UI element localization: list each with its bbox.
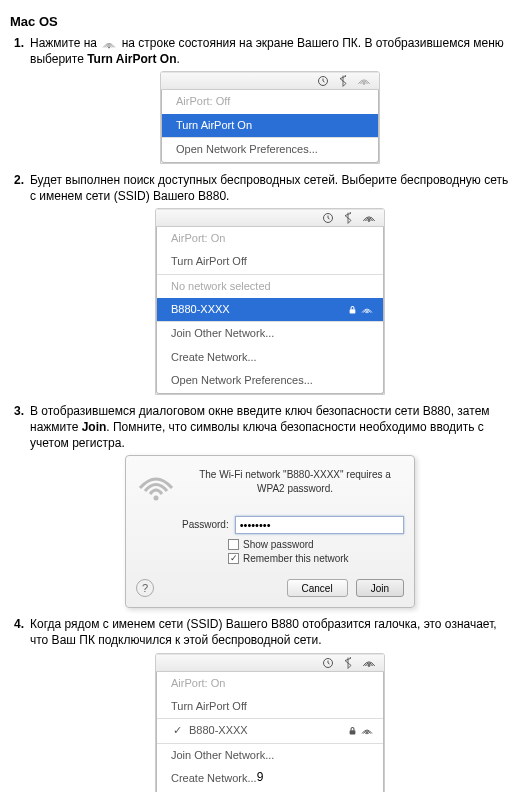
svg-point-4 bbox=[368, 220, 370, 222]
no-network-selected: No network selected bbox=[157, 274, 383, 298]
lock-icon bbox=[348, 305, 357, 315]
open-network-prefs[interactable]: Open Network Preferences... bbox=[157, 369, 383, 392]
step-4-text: Когда рядом с именем сети (SSID) Вашего … bbox=[30, 617, 497, 647]
remember-network-checkbox[interactable]: ✓ bbox=[228, 553, 239, 564]
os-heading: Mac OS bbox=[10, 14, 510, 29]
airport-menu-select: AirPort: On Turn AirPort Off No network … bbox=[155, 208, 385, 395]
airport-status-on: AirPort: On bbox=[157, 672, 383, 695]
wifi-large-icon bbox=[136, 468, 176, 504]
svg-point-6 bbox=[366, 312, 368, 314]
ssid-label: B880-XXXX bbox=[171, 302, 230, 317]
network-ssid-item[interactable]: B880-XXXX bbox=[157, 298, 383, 321]
password-label: Password: bbox=[182, 518, 229, 532]
airport-icon[interactable] bbox=[357, 75, 371, 87]
step-3-number: 3. bbox=[14, 403, 24, 419]
ssid-label: B880-XXXX bbox=[189, 723, 248, 738]
airport-icon[interactable] bbox=[362, 212, 376, 224]
join-other-network[interactable]: Join Other Network... bbox=[157, 321, 383, 345]
airport-icon[interactable] bbox=[362, 657, 376, 669]
svg-point-0 bbox=[108, 46, 110, 48]
step-4: 4. Когда рядом с именем сети (SSID) Ваше… bbox=[10, 616, 510, 792]
network-ssid-connected[interactable]: ✓ B880-XXXX bbox=[157, 718, 383, 742]
svg-point-11 bbox=[366, 733, 368, 735]
step-2: 2. Будет выполнен поиск доступных беспро… bbox=[10, 172, 510, 395]
airport-fan-icon bbox=[102, 38, 116, 50]
turn-airport-off[interactable]: Turn AirPort Off bbox=[157, 250, 383, 273]
create-network[interactable]: Create Network... bbox=[157, 346, 383, 369]
menubar bbox=[156, 209, 384, 227]
open-network-prefs[interactable]: Open Network Preferences... bbox=[162, 137, 378, 161]
step-2-text: Будет выполнен поиск доступных беспровод… bbox=[30, 173, 508, 203]
airport-status-on: AirPort: On bbox=[157, 227, 383, 250]
clock-icon bbox=[317, 75, 329, 87]
password-input[interactable] bbox=[235, 516, 404, 534]
svg-rect-10 bbox=[350, 730, 356, 734]
step-1-text-a: Нажмите на bbox=[30, 36, 100, 50]
signal-icon bbox=[361, 305, 373, 315]
lock-icon bbox=[348, 726, 357, 736]
remember-network-label: Remember this network bbox=[243, 552, 349, 566]
clock-icon bbox=[322, 657, 334, 669]
step-1-bold: Turn AirPort On bbox=[87, 52, 176, 66]
menubar bbox=[161, 72, 379, 90]
signal-icon bbox=[361, 726, 373, 736]
step-3-bold: Join bbox=[82, 420, 107, 434]
bluetooth-icon bbox=[344, 657, 352, 669]
join-other-network[interactable]: Join Other Network... bbox=[157, 743, 383, 767]
step-1-text-c: . bbox=[177, 52, 180, 66]
show-password-label: Show password bbox=[243, 538, 314, 552]
turn-airport-off[interactable]: Turn AirPort Off bbox=[157, 695, 383, 718]
step-2-number: 2. bbox=[14, 172, 24, 188]
dialog-message: The Wi-Fi network "B880-XXXX" requires a… bbox=[186, 468, 404, 504]
step-4-number: 4. bbox=[14, 616, 24, 632]
help-button[interactable]: ? bbox=[136, 579, 154, 597]
bluetooth-icon bbox=[344, 212, 352, 224]
svg-point-9 bbox=[368, 665, 370, 667]
step-1-number: 1. bbox=[14, 35, 24, 51]
bluetooth-icon bbox=[339, 75, 347, 87]
turn-airport-on[interactable]: Turn AirPort On bbox=[162, 114, 378, 137]
airport-status-off: AirPort: Off bbox=[162, 90, 378, 113]
step-3: 3. В отобразившемся диалоговом окне введ… bbox=[10, 403, 510, 609]
wifi-password-dialog: The Wi-Fi network "B880-XXXX" requires a… bbox=[125, 455, 415, 608]
svg-point-7 bbox=[154, 496, 159, 501]
page-number: 9 bbox=[0, 770, 520, 784]
cancel-button[interactable]: Cancel bbox=[287, 579, 348, 597]
show-password-checkbox[interactable] bbox=[228, 539, 239, 550]
clock-icon bbox=[322, 212, 334, 224]
menubar bbox=[156, 654, 384, 672]
checkmark-icon: ✓ bbox=[171, 723, 183, 738]
svg-point-2 bbox=[363, 83, 365, 85]
step-1: 1. Нажмите на на строке состояния на экр… bbox=[10, 35, 510, 164]
join-button[interactable]: Join bbox=[356, 579, 404, 597]
airport-menu-off: AirPort: Off Turn AirPort On Open Networ… bbox=[160, 71, 380, 163]
svg-rect-5 bbox=[350, 309, 356, 313]
